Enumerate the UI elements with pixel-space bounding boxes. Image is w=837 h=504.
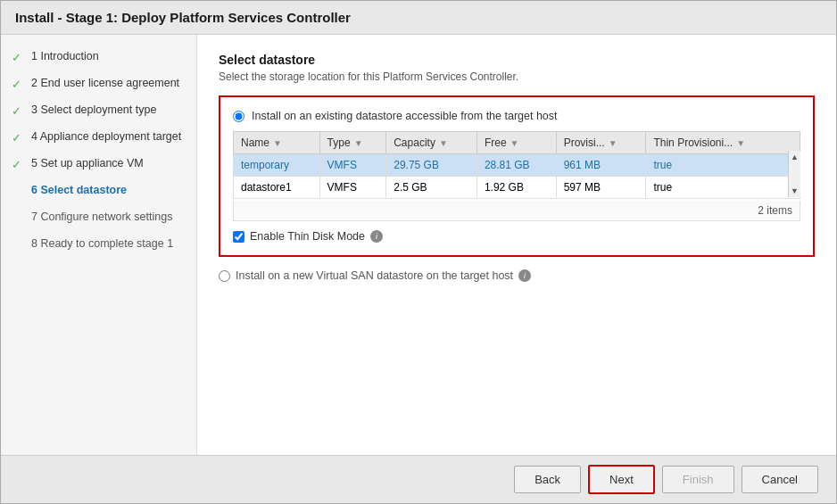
virtual-san-option[interactable]: Install on a new Virtual SAN datastore o… bbox=[219, 269, 815, 282]
filter-icon-capacity[interactable]: ▼ bbox=[439, 138, 448, 148]
cell-name-datastore1: datastore1 bbox=[234, 177, 320, 199]
col-type-label: Type bbox=[327, 136, 351, 149]
sidebar: ✓ 1 Introduction ✓ 2 End user license ag… bbox=[1, 35, 197, 455]
sidebar-item-setup-vm[interactable]: ✓ 5 Set up appliance VM bbox=[1, 151, 196, 178]
cancel-button[interactable]: Cancel bbox=[742, 466, 818, 493]
cell-type-temporary: VMFS bbox=[319, 154, 386, 177]
sidebar-item-deployment-type[interactable]: ✓ 3 Select deployment type bbox=[1, 97, 196, 124]
items-count: 2 items bbox=[758, 204, 792, 217]
filter-icon-type[interactable]: ▼ bbox=[354, 138, 363, 148]
install-window: Install - Stage 1: Deploy Platform Servi… bbox=[0, 0, 837, 504]
cell-type-datastore1: VMFS bbox=[319, 177, 386, 199]
col-header-name[interactable]: Name ▼ bbox=[234, 132, 320, 154]
scroll-down-arrow[interactable]: ▼ bbox=[791, 186, 799, 195]
spacer-icon-7: ✓ bbox=[12, 211, 26, 225]
existing-datastore-panel: Install on an existing datastore accessi… bbox=[219, 95, 815, 257]
check-icon-5: ✓ bbox=[12, 158, 26, 171]
table-row-temporary[interactable]: temporary VMFS 29.75 GB 28.81 GB 961 MB … bbox=[234, 154, 800, 177]
filter-icon-provisioned[interactable]: ▼ bbox=[609, 138, 617, 148]
sidebar-label-6: 6 Select datastore bbox=[31, 184, 127, 196]
spacer-icon-6: ✓ bbox=[12, 185, 26, 198]
cell-capacity-temporary: 29.75 GB bbox=[386, 154, 477, 177]
col-thin-label: Thin Provisioni... bbox=[653, 136, 733, 149]
virtual-san-info-icon[interactable]: i bbox=[518, 269, 531, 282]
sidebar-label-1: 1 Introduction bbox=[31, 50, 99, 62]
thin-disk-label: Enable Thin Disk Mode bbox=[250, 230, 365, 243]
table-scrollbar[interactable]: ▲ ▼ bbox=[788, 151, 800, 197]
table-footer: 2 items bbox=[233, 201, 800, 221]
section-subtitle: Select the storage location for this Pla… bbox=[219, 70, 815, 83]
cell-free-datastore1: 1.92 GB bbox=[477, 177, 556, 199]
sidebar-item-network[interactable]: ✓ 7 Configure network settings bbox=[1, 204, 196, 231]
main-content: ✓ 1 Introduction ✓ 2 End user license ag… bbox=[1, 35, 836, 455]
cell-capacity-datastore1: 2.5 GB bbox=[386, 177, 477, 199]
filter-icon-free[interactable]: ▼ bbox=[510, 138, 519, 148]
sidebar-label-3: 3 Select deployment type bbox=[31, 103, 156, 116]
window-title: Install - Stage 1: Deploy Platform Servi… bbox=[15, 10, 351, 25]
check-icon-2: ✓ bbox=[12, 78, 26, 91]
filter-icon-thin[interactable]: ▼ bbox=[736, 138, 745, 148]
check-icon-1: ✓ bbox=[12, 51, 26, 64]
col-header-thin[interactable]: Thin Provisioni... ▼ bbox=[646, 132, 800, 154]
sidebar-item-select-datastore[interactable]: ✓ 6 Select datastore bbox=[1, 178, 196, 204]
radio-existing-option[interactable]: Install on an existing datastore accessi… bbox=[233, 110, 800, 122]
sidebar-label-4: 4 Appliance deployment target bbox=[31, 130, 181, 143]
col-name-label: Name bbox=[241, 136, 269, 149]
col-provisioned-label: Provisi... bbox=[564, 136, 605, 149]
sidebar-label-2: 2 End user license agreement bbox=[31, 77, 179, 89]
col-capacity-label: Capacity bbox=[394, 136, 435, 149]
check-icon-3: ✓ bbox=[12, 104, 26, 118]
sidebar-label-8: 8 Ready to complete stage 1 bbox=[31, 237, 173, 250]
thin-disk-checkbox[interactable] bbox=[233, 231, 244, 243]
content-area: Select datastore Select the storage loca… bbox=[197, 35, 836, 455]
scroll-up-arrow[interactable]: ▲ bbox=[791, 153, 799, 161]
col-header-type[interactable]: Type ▼ bbox=[319, 132, 386, 154]
check-icon-4: ✓ bbox=[12, 131, 26, 145]
cell-thin-temporary: true bbox=[646, 154, 800, 177]
footer-bar: Back Next Finish Cancel bbox=[1, 455, 836, 503]
sidebar-item-ready[interactable]: ✓ 8 Ready to complete stage 1 bbox=[1, 231, 196, 258]
sidebar-label-5: 5 Set up appliance VM bbox=[31, 157, 144, 169]
radio-existing-input[interactable] bbox=[233, 111, 244, 122]
thin-disk-mode-option[interactable]: Enable Thin Disk Mode i bbox=[233, 230, 800, 243]
title-bar: Install - Stage 1: Deploy Platform Servi… bbox=[1, 1, 836, 35]
sidebar-label-7: 7 Configure network settings bbox=[31, 211, 172, 223]
spacer-icon-8: ✓ bbox=[12, 238, 26, 252]
col-header-free[interactable]: Free ▼ bbox=[477, 132, 556, 154]
radio-virtual-san-input[interactable] bbox=[219, 270, 230, 282]
col-header-capacity[interactable]: Capacity ▼ bbox=[386, 132, 477, 154]
col-header-provisioned[interactable]: Provisi... ▼ bbox=[556, 132, 646, 154]
virtual-san-label: Install on a new Virtual SAN datastore o… bbox=[236, 269, 513, 282]
datastore-table: Name ▼ Type ▼ bbox=[233, 131, 800, 199]
section-title: Select datastore bbox=[219, 53, 815, 67]
table-row-datastore1[interactable]: datastore1 VMFS 2.5 GB 1.92 GB 597 MB tr… bbox=[234, 177, 800, 199]
col-free-label: Free bbox=[485, 136, 507, 149]
cell-thin-datastore1: true bbox=[646, 177, 800, 199]
sidebar-item-eula[interactable]: ✓ 2 End user license agreement bbox=[1, 70, 196, 97]
sidebar-item-introduction[interactable]: ✓ 1 Introduction bbox=[1, 44, 196, 70]
back-button[interactable]: Back bbox=[514, 466, 581, 493]
thin-disk-info-icon[interactable]: i bbox=[370, 230, 383, 243]
radio-existing-label: Install on an existing datastore accessi… bbox=[252, 110, 558, 122]
filter-icon-name[interactable]: ▼ bbox=[273, 138, 282, 148]
cell-free-temporary: 28.81 GB bbox=[477, 154, 556, 177]
cell-name-temporary: temporary bbox=[234, 154, 320, 177]
next-button[interactable]: Next bbox=[588, 465, 655, 494]
finish-button[interactable]: Finish bbox=[662, 466, 734, 493]
cell-provisioned-temporary: 961 MB bbox=[556, 154, 646, 177]
cell-provisioned-datastore1: 597 MB bbox=[556, 177, 646, 199]
sidebar-item-appliance-target[interactable]: ✓ 4 Appliance deployment target bbox=[1, 124, 196, 151]
datastore-table-wrapper: Name ▼ Type ▼ bbox=[233, 131, 800, 201]
